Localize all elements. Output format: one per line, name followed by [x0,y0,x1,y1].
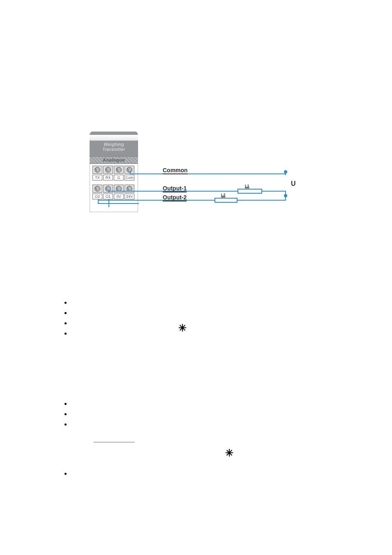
bullet-item [71,328,339,339]
module-grip [90,135,138,141]
wire [285,196,286,201]
net-label-common: Common [163,167,188,173]
asterisk-icon: ✳ [178,322,187,334]
terminal-label: O2 [92,194,102,199]
terminal [125,166,134,174]
hyperlink-underline [94,442,135,442]
bullet-item [71,308,339,318]
load-l2-label: L2 [221,193,226,197]
screw-icon [116,167,122,173]
wire [108,192,109,192]
net-label-out2: Output-2 [163,194,187,201]
terminal [125,185,134,193]
terminal [92,166,102,174]
load-l1 [238,189,262,194]
bullet-item [71,298,339,308]
asterisk-icon: ✳ [225,447,233,459]
bullet-item [71,409,339,419]
terminal [92,185,102,193]
bullet-group-3 [60,469,339,479]
bullet-item [71,469,339,479]
terminal-label: O1 [103,194,113,199]
terminal [103,185,113,193]
wire [130,173,286,174]
terminal-label: TX [92,175,102,180]
wiring-diagram: Weighing Transmitter Analogue TX RX G Co… [90,132,303,216]
load-l1-label: L1 [245,184,249,188]
wire [98,203,139,204]
terminal-labels-1: TX RX G Com [92,175,136,180]
terminal [103,166,113,174]
module-title: Weighing Transmitter [90,142,138,152]
load-l2 [214,198,238,203]
terminal-labels-2: O2 O1 0V 24V [92,194,136,199]
module-header: Weighing Transmitter [90,132,138,156]
wire [261,191,286,192]
module-title-line1: Weighing [104,142,124,147]
screw-icon [95,186,100,192]
terminal [114,185,124,193]
terminal-label: 0V [114,194,124,199]
module-title-line2: Transmitter [90,147,138,152]
terminal-label: G [114,175,124,180]
u-label: U [291,180,296,187]
screw-icon [95,167,100,173]
module-body: TX RX G Com O2 O1 0V 24V [90,164,138,212]
bullet-group-2 [60,399,339,430]
terminal-label: RX [103,175,113,180]
transmitter-module: Weighing Transmitter Analogue TX RX G Co… [90,132,138,214]
screw-icon [127,167,132,173]
terminal-label: Com [125,175,134,180]
bullet-item [71,419,339,430]
terminal [114,166,124,174]
wire [98,200,215,201]
bullet-item [71,399,339,409]
terminal-label: 24V [125,194,134,199]
bullet-item [71,318,339,328]
node-dot [284,170,287,173]
wire [237,200,286,201]
screw-icon [105,167,111,173]
terminal-row-2 [92,185,136,193]
net-label-out1: Output-1 [163,185,187,192]
analogue-band: Analogue [90,156,138,164]
bullet-group-1 [60,298,339,339]
